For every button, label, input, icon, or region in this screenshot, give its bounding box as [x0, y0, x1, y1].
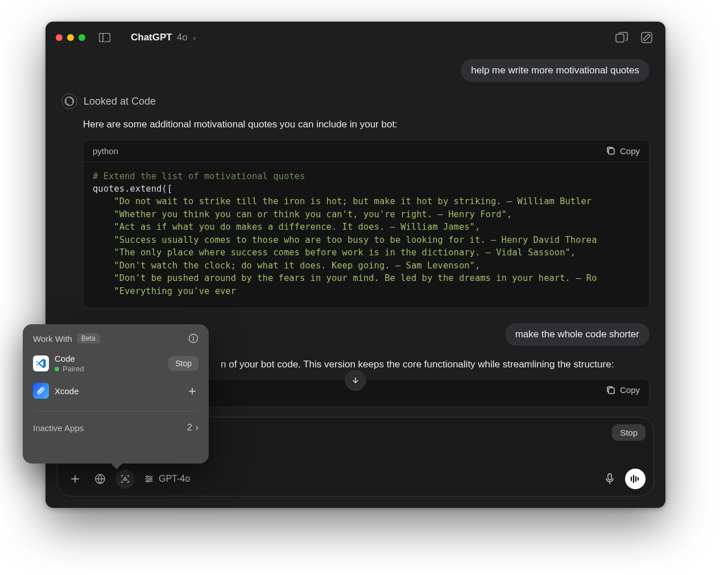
openai-logo-icon	[64, 96, 75, 106]
user-message-1: help me write more motivational quotes	[61, 59, 650, 82]
code-body: # Extend the list of motivational quotes…	[84, 162, 649, 308]
waveform-icon	[630, 475, 640, 483]
window-action-button[interactable]	[613, 29, 630, 46]
vscode-icon	[33, 355, 49, 371]
overlay-window-icon	[615, 32, 628, 43]
svg-point-8	[146, 475, 148, 477]
assistant-header: Looked at Code	[61, 93, 650, 109]
svg-rect-6	[609, 388, 614, 394]
chevron-right-icon: ›	[193, 34, 196, 42]
status-dot-icon	[55, 367, 59, 371]
microphone-icon	[605, 473, 614, 485]
stop-generation-button[interactable]: Stop	[612, 424, 646, 441]
copy-label: Copy	[620, 385, 640, 395]
web-browse-button[interactable]	[90, 469, 110, 489]
svg-point-4	[65, 97, 74, 106]
svg-rect-3	[642, 32, 652, 43]
popup-app-list: Code Paired Stop Xcode ＋	[23, 349, 209, 404]
sidebar-toggle-button[interactable]	[97, 31, 113, 44]
composer-model-button[interactable]: GPT-4o	[140, 474, 193, 484]
fullscreen-window-button[interactable]	[78, 34, 85, 41]
chevron-right-icon: ›	[196, 423, 198, 433]
apps-bracket-icon	[119, 473, 131, 485]
assistant-message-1: Here are some additional motivational qu…	[83, 117, 650, 132]
composer-model-label: GPT-4o	[159, 474, 190, 484]
attach-button[interactable]	[65, 469, 85, 489]
svg-point-9	[150, 478, 151, 479]
compose-icon	[640, 31, 653, 44]
copy-label: Copy	[620, 146, 640, 156]
code-header: python Copy	[84, 140, 649, 162]
model-picker-button[interactable]: ChatGPT 4o ›	[131, 32, 196, 43]
app-stop-button[interactable]: Stop	[168, 356, 198, 371]
app-add-button[interactable]: ＋	[186, 383, 198, 398]
copy-icon	[606, 146, 615, 155]
paired-status: Paired	[55, 365, 84, 373]
model-name: 4o	[177, 32, 188, 43]
traffic-lights	[56, 34, 85, 41]
svg-rect-5	[609, 148, 614, 154]
svg-rect-11	[608, 474, 611, 480]
globe-icon	[94, 473, 106, 485]
inactive-apps-label: Inactive Apps	[33, 423, 84, 433]
popup-header: Work With Beta	[23, 333, 209, 344]
svg-point-13	[193, 336, 194, 337]
copy-code-button-2[interactable]: Copy	[606, 385, 640, 395]
close-window-button[interactable]	[56, 34, 63, 41]
copy-code-button[interactable]: Copy	[606, 146, 640, 156]
app-name-label: Code	[55, 354, 84, 363]
inactive-apps-count: 2	[187, 423, 192, 433]
inactive-apps-row[interactable]: Inactive Apps 2 ›	[23, 418, 209, 433]
tune-icon	[144, 474, 154, 484]
work-with-apps-button[interactable]	[115, 469, 135, 489]
app-name-label: Xcode	[55, 386, 79, 396]
minimize-window-button[interactable]	[67, 34, 74, 41]
plus-icon	[70, 474, 80, 484]
popup-title: Work With	[33, 334, 72, 344]
popup-divider	[33, 411, 198, 411]
titlebar: ChatGPT 4o ›	[46, 22, 665, 53]
user-bubble: make the whole code shorter	[505, 323, 650, 346]
work-with-popup: Work With Beta Code Paired Stop	[23, 324, 209, 464]
svg-rect-2	[616, 34, 624, 42]
sidebar-icon	[99, 33, 110, 42]
voice-mode-button[interactable]	[625, 469, 646, 489]
code-language-label: python	[93, 146, 118, 156]
new-chat-button[interactable]	[638, 29, 655, 46]
scroll-to-bottom-button[interactable]	[345, 370, 366, 391]
popup-info-button[interactable]	[188, 333, 198, 344]
app-title: ChatGPT	[131, 32, 172, 43]
svg-rect-0	[100, 34, 110, 42]
code-block-1: python Copy # Extend the list of motivat…	[83, 140, 650, 309]
assistant-message-2-partial: n of your bot code. This version keeps t…	[221, 357, 650, 372]
work-with-app-code[interactable]: Code Paired Stop	[28, 349, 203, 378]
svg-point-10	[147, 480, 148, 482]
dictation-button[interactable]	[600, 469, 619, 489]
arrow-down-icon	[351, 377, 359, 384]
looked-at-code-label: Looked at Code	[84, 96, 156, 107]
composer-toolbar: GPT-4o	[65, 469, 646, 489]
beta-badge: Beta	[77, 333, 100, 344]
work-with-app-xcode[interactable]: Xcode ＋	[28, 378, 203, 404]
copy-icon	[606, 386, 615, 395]
user-bubble: help me write more motivational quotes	[461, 59, 650, 82]
info-icon	[188, 333, 198, 344]
xcode-icon	[33, 383, 49, 399]
assistant-avatar	[61, 93, 77, 109]
